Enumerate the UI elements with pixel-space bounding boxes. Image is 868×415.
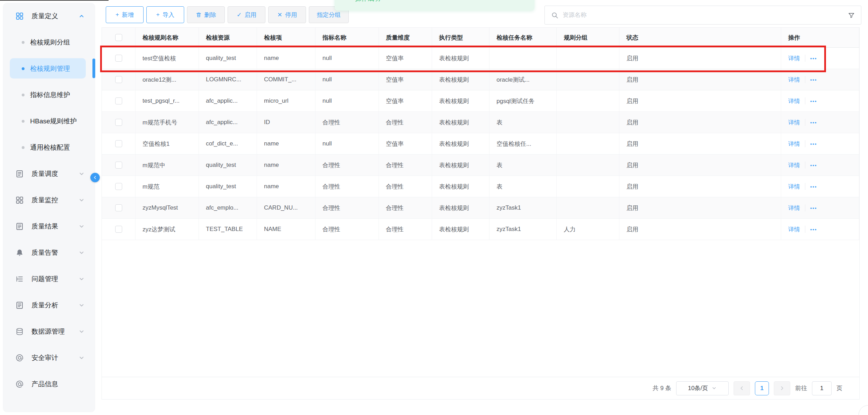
more-actions-icon[interactable]: •••: [810, 163, 817, 168]
sidebar-item-label: 检核规则管理: [30, 64, 70, 73]
row-checkbox[interactable]: [115, 119, 122, 126]
sidebar-item-15[interactable]: 产品信息: [3, 371, 95, 397]
table-cell: 表检核规则: [432, 155, 489, 176]
table-cell: [557, 90, 619, 111]
cell-value: NAME: [264, 226, 281, 233]
more-actions-icon[interactable]: •••: [810, 141, 817, 147]
goto-page-input[interactable]: [812, 381, 832, 395]
more-actions-icon[interactable]: •••: [810, 56, 817, 61]
cell-value: zyz达梦测试: [143, 225, 175, 233]
more-actions-icon[interactable]: •••: [810, 184, 817, 189]
cell-value: LOGMNRC...: [206, 76, 241, 83]
row-checkbox[interactable]: [115, 97, 122, 104]
table-cell: quality_test: [199, 155, 257, 176]
sidebar-collapse-button[interactable]: [90, 173, 100, 182]
sidebar-item-4[interactable]: 指标信息维护: [3, 82, 95, 108]
sidebar-item-11[interactable]: 问题管理: [3, 266, 95, 292]
sidebar-item-10[interactable]: 质量告警: [3, 239, 95, 266]
table-cell: m规范中: [136, 155, 199, 176]
more-actions-icon[interactable]: •••: [810, 98, 817, 104]
table-cell: oracle测试...: [489, 69, 557, 90]
more-actions-icon[interactable]: •••: [810, 227, 817, 232]
row-checkbox[interactable]: [115, 183, 122, 190]
row-checkbox[interactable]: [115, 76, 122, 83]
row-checkbox[interactable]: [115, 226, 122, 233]
sidebar-item-2[interactable]: 检核规则分组: [3, 29, 95, 55]
page-number-button[interactable]: 1: [755, 381, 769, 395]
cell-value: 启用: [626, 204, 638, 212]
bullet-dot-icon: [22, 94, 25, 96]
toolbar-button-3[interactable]: 删除: [187, 6, 225, 23]
toolbar-button-5[interactable]: ✕停用: [268, 6, 306, 23]
chevron-up-icon: [78, 13, 85, 19]
cell-value: 合理性: [322, 204, 340, 212]
table-row: m规范手机号afc_applic...ID合理性合理性表检核规则表启用详情•••: [102, 112, 859, 133]
detail-link[interactable]: 详情: [788, 161, 800, 169]
detail-link[interactable]: 详情: [788, 225, 800, 233]
cell-value: test_pgsql_r...: [143, 97, 180, 104]
detail-link[interactable]: 详情: [788, 140, 800, 148]
action-divider: [805, 97, 805, 104]
table-cell: name: [257, 155, 315, 176]
sidebar-item-14[interactable]: 安全审计: [3, 345, 95, 371]
prev-page-button[interactable]: [734, 381, 750, 395]
table-cell: 合理性: [315, 176, 379, 197]
row-checkbox-cell: [102, 69, 136, 90]
cell-value: null: [322, 140, 332, 147]
cell-value: CARD_NU...: [264, 204, 298, 211]
action-divider: [805, 140, 805, 147]
toolbar-button-2[interactable]: +导入: [146, 6, 184, 23]
table-cell: [557, 155, 619, 176]
cell-value: quality_test: [206, 162, 236, 169]
search-input[interactable]: [563, 12, 844, 19]
detail-link[interactable]: 详情: [788, 54, 800, 62]
more-actions-icon[interactable]: •••: [810, 120, 817, 125]
next-page-button[interactable]: [774, 381, 790, 395]
column-header-label: 检核资源: [206, 34, 230, 42]
sidebar-item-12[interactable]: 质量分析: [3, 292, 95, 318]
detail-link[interactable]: 详情: [788, 183, 800, 191]
row-checkbox[interactable]: [115, 55, 122, 62]
more-actions-icon[interactable]: •••: [810, 77, 817, 82]
row-checkbox[interactable]: [115, 204, 122, 211]
cell-value: oracle测试...: [497, 76, 529, 84]
sidebar-item-6[interactable]: 通用检核配置: [3, 134, 95, 161]
more-actions-icon[interactable]: •••: [810, 205, 817, 211]
grid-icon: [15, 196, 24, 204]
sidebar-item-13[interactable]: 数据源管理: [3, 318, 95, 345]
sidebar-item-3[interactable]: 检核规则管理: [3, 55, 95, 82]
detail-link[interactable]: 详情: [788, 204, 800, 212]
table-cell: 合理性: [379, 155, 432, 176]
table-cell: zyzTask1: [489, 197, 557, 218]
bullet-dot-icon: [22, 146, 25, 149]
check-circle-icon: ✓: [347, 0, 352, 2]
table-cell: m规范手机号: [136, 112, 199, 133]
toolbar-button-4[interactable]: ✓启用: [228, 6, 265, 23]
row-checkbox[interactable]: [115, 162, 122, 169]
column-header-label: 检核规则名称: [143, 34, 178, 42]
detail-link[interactable]: 详情: [788, 97, 800, 105]
table-cell: 表: [489, 176, 557, 197]
table-cell: 空值率: [379, 48, 432, 69]
table-cell: 空值检核任...: [489, 133, 557, 154]
detail-link[interactable]: 详情: [788, 76, 800, 84]
sidebar-item-5[interactable]: HBase规则维护: [3, 108, 95, 134]
toolbar-button-label: 启用: [244, 11, 256, 19]
row-checkbox[interactable]: [115, 140, 122, 147]
table-header-row: 检核规则名称检核资源检核项指标名称质量维度执行类型检核任务名称规则分组状态操作: [102, 28, 859, 48]
cell-value: 表: [497, 118, 502, 127]
page-size-select[interactable]: 10条/页: [676, 381, 729, 395]
sidebar-item-8[interactable]: 质量监控: [3, 187, 95, 213]
sidebar-item-1[interactable]: 质量定义: [3, 3, 95, 29]
toolbar-button-1[interactable]: +新增: [106, 6, 144, 23]
sidebar-item-7[interactable]: 质量调度: [3, 161, 95, 187]
select-all-checkbox[interactable]: [115, 34, 122, 41]
shield-at-icon: [15, 380, 24, 388]
column-header: 指标名称: [315, 28, 379, 47]
table-cell: 表检核规则: [432, 133, 489, 154]
chevron-down-icon: [78, 171, 85, 177]
sidebar-item-9[interactable]: 质量结果: [3, 213, 95, 239]
cell-value: m规范中: [143, 161, 165, 169]
filter-funnel-icon[interactable]: [848, 12, 855, 19]
detail-link[interactable]: 详情: [788, 118, 800, 127]
